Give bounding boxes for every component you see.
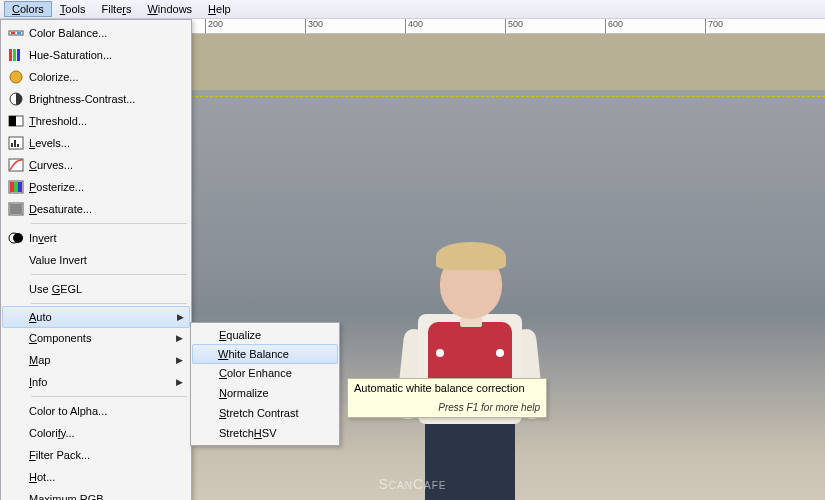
menu-use-gegl[interactable]: Use GEGL [3,278,189,300]
curves-icon [8,157,24,173]
menubar-filters[interactable]: Filters [93,1,139,17]
svg-rect-20 [10,204,22,214]
submenu-stretch-hsv[interactable]: Stretch HSV [193,423,337,443]
menu-colorize[interactable]: Colorize... [3,66,189,88]
menu-info[interactable]: Info▶ [3,371,189,393]
posterize-icon [8,179,24,195]
photo-subject [370,214,570,500]
menu-separator [31,274,187,275]
brightness-contrast-icon [8,91,24,107]
submenu-white-balance[interactable]: White Balance [192,344,338,364]
menu-levels[interactable]: Levels... [3,132,189,154]
submenu-arrow-icon: ▶ [176,355,183,365]
submenu-stretch-contrast[interactable]: Stretch Contrast [193,403,337,423]
submenu-arrow-icon: ▶ [176,333,183,343]
menu-filter-pack[interactable]: Filter Pack... [3,444,189,466]
svg-point-6 [10,71,22,83]
menu-separator [31,303,187,304]
tooltip: Automatic white balance correction Press… [347,378,547,418]
svg-rect-13 [17,144,19,147]
svg-rect-3 [9,49,12,61]
menubar-colors[interactable]: Colors [4,1,52,17]
submenu-arrow-icon: ▶ [176,377,183,387]
svg-rect-12 [14,140,16,147]
menubar-tools[interactable]: Tools [52,1,94,17]
menu-components[interactable]: Components▶ [3,327,189,349]
selection-border [190,96,825,97]
threshold-icon [8,113,24,129]
colorize-icon [8,69,24,85]
menu-threshold[interactable]: Threshold... [3,110,189,132]
menu-hot[interactable]: Hot... [3,466,189,488]
menu-separator [31,396,187,397]
submenu-equalize[interactable]: Equalize [193,325,337,345]
invert-icon [8,230,24,246]
menu-colorify[interactable]: Colorify... [3,422,189,444]
desaturate-icon [8,201,24,217]
svg-rect-11 [11,143,13,147]
menu-brightness-contrast[interactable]: Brightness-Contrast... [3,88,189,110]
submenu-arrow-icon: ▶ [177,312,184,322]
menubar-windows[interactable]: Windows [139,1,200,17]
svg-rect-2 [17,32,21,34]
watermark: ScanCafe [378,476,446,492]
colors-menu: Color Balance... Hue-Saturation... Color… [0,19,192,500]
svg-rect-9 [9,116,16,126]
menu-hue-saturation[interactable]: Hue-Saturation... [3,44,189,66]
menu-desaturate[interactable]: Desaturate... [3,198,189,220]
menu-posterize[interactable]: Posterize... [3,176,189,198]
menubar-help[interactable]: Help [200,1,239,17]
svg-rect-17 [14,182,18,192]
hue-saturation-icon [8,47,24,63]
menu-separator [31,223,187,224]
menu-color-balance[interactable]: Color Balance... [3,22,189,44]
submenu-normalize[interactable]: Normalize [193,383,337,403]
svg-rect-16 [10,182,14,192]
tooltip-help: Press F1 for more help [354,402,540,413]
tooltip-text: Automatic white balance correction [354,382,540,394]
submenu-color-enhance[interactable]: Color Enhance [193,363,337,383]
menu-map[interactable]: Map▶ [3,349,189,371]
auto-submenu: Equalize White Balance Color Enhance Nor… [190,322,340,446]
menu-color-to-alpha[interactable]: Color to Alpha... [3,400,189,422]
menu-maximum-rgb[interactable]: Maximum RGB... [3,488,189,500]
levels-icon [8,135,24,151]
menu-value-invert[interactable]: Value Invert [3,249,189,271]
menu-auto[interactable]: Auto▶ [2,306,190,328]
menu-invert[interactable]: Invert [3,227,189,249]
svg-rect-1 [11,32,15,34]
svg-rect-5 [17,49,20,61]
color-balance-icon [8,25,24,41]
svg-rect-18 [18,182,22,192]
svg-rect-4 [13,49,16,61]
svg-point-22 [13,233,23,243]
menu-curves[interactable]: Curves... [3,154,189,176]
menubar: Colors Tools Filters Windows Help [0,0,825,19]
